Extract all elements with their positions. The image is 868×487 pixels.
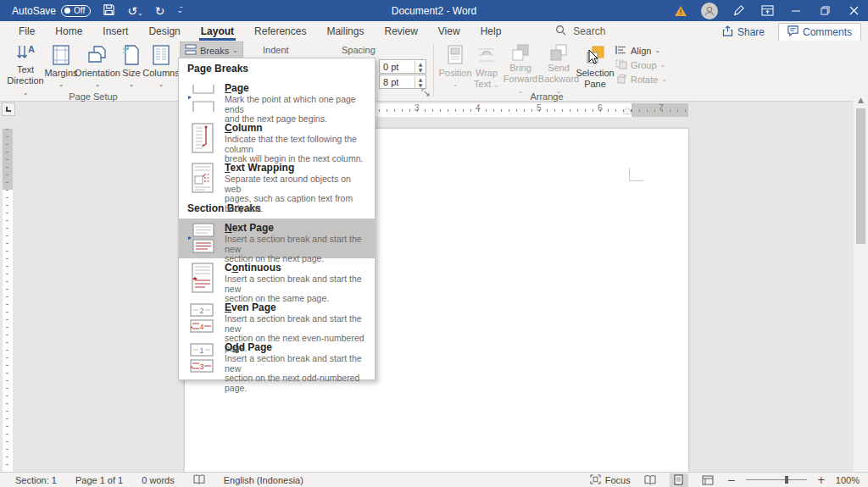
- focus-label: Focus: [605, 475, 631, 485]
- paragraph-dialog-launcher[interactable]: [421, 88, 432, 99]
- print-layout-button[interactable]: [670, 473, 688, 487]
- right-indent-marker[interactable]: [623, 108, 632, 113]
- columns-icon: [151, 42, 171, 68]
- undo-icon[interactable]: ↺⌄: [127, 5, 142, 17]
- autosave-pill[interactable]: Off: [61, 5, 91, 17]
- vertical-ruler[interactable]: [3, 119, 13, 472]
- autosave-toggle[interactable]: AutoSave Off: [12, 5, 91, 17]
- tab-home[interactable]: Home: [45, 21, 92, 41]
- menu-item-page[interactable]: Page Mark the point at which one page en…: [179, 79, 375, 119]
- web-layout-button[interactable]: [698, 473, 717, 487]
- menu-item-title: Next Page: [225, 222, 274, 234]
- status-section[interactable]: Section: 1: [15, 475, 57, 485]
- ribbon: A Text Direction ⌄ Margins ⌄ Orientation…: [0, 41, 868, 102]
- group-icon: [615, 59, 627, 71]
- customize-qat-icon[interactable]: ⌄̄: [176, 7, 183, 14]
- autosave-dot-icon: [64, 8, 70, 14]
- tab-review[interactable]: Review: [374, 21, 427, 41]
- tab-design[interactable]: Design: [138, 21, 190, 41]
- rotate-label: Rotate: [631, 75, 658, 85]
- spacing-after-input[interactable]: [380, 77, 412, 87]
- wrap-text-label-2: Text ⌄: [474, 79, 499, 91]
- zoom-in-button[interactable]: +: [817, 474, 826, 486]
- tab-layout[interactable]: Layout: [191, 21, 244, 41]
- wrap-text-icon: [476, 42, 497, 68]
- menu-item-odd-page[interactable]: 13 Odd Page Insert a section break and s…: [179, 338, 375, 378]
- status-page-count[interactable]: Page 1 of 1: [75, 475, 123, 485]
- spacing-after-field[interactable]: ▲▼: [379, 75, 426, 89]
- tab-stop-selector[interactable]: [2, 102, 15, 116]
- scroll-up-icon[interactable]: ▲: [854, 93, 868, 107]
- search-box[interactable]: Search: [555, 25, 605, 38]
- spinner-up-icon: ▲: [415, 61, 426, 67]
- proofing-book-icon[interactable]: [193, 474, 205, 486]
- share-button[interactable]: Share: [715, 24, 771, 41]
- zoom-slider-thumb[interactable]: [785, 476, 788, 484]
- minimize-button[interactable]: [782, 0, 810, 21]
- menu-item-next-page[interactable]: Next Page Insert a section break and sta…: [179, 219, 375, 258]
- warning-icon[interactable]: [666, 0, 695, 21]
- text-boundary-cropmark: [629, 180, 643, 181]
- chevron-down-icon: ⌄: [453, 79, 459, 90]
- menu-item-column[interactable]: Column Indicate that the text following …: [179, 119, 375, 158]
- align-icon: [615, 45, 627, 57]
- position-button[interactable]: Position ⌄: [440, 42, 470, 93]
- align-button[interactable]: Align ⌄: [615, 44, 660, 57]
- menu-item-title: Even Page: [225, 302, 276, 313]
- group-button[interactable]: Group ⌄: [615, 58, 665, 71]
- tab-file[interactable]: File: [8, 21, 45, 41]
- spacing-header: Spacing: [342, 45, 376, 55]
- bring-forward-icon: [510, 42, 531, 63]
- group-label-page-setup: Page Setup: [34, 91, 153, 102]
- ribbon-display-options-icon[interactable]: [753, 0, 782, 21]
- zoom-out-button[interactable]: −: [727, 474, 736, 486]
- text-direction-button[interactable]: A Text Direction ⌄: [7, 42, 44, 93]
- redo-icon[interactable]: ↻: [155, 5, 165, 17]
- spacing-before-spinner[interactable]: ▲▼: [415, 61, 426, 73]
- status-word-count[interactable]: 0 words: [142, 475, 175, 485]
- tab-stop-l-icon: [6, 107, 11, 112]
- menu-item-continuous[interactable]: Continuous Insert a section break and st…: [179, 258, 375, 298]
- selection-pane-button[interactable]: Selection Pane: [579, 42, 611, 93]
- share-label: Share: [737, 26, 765, 38]
- tab-help[interactable]: Help: [470, 21, 512, 41]
- menu-item-title: Column: [225, 122, 263, 134]
- menu-item-text-wrapping[interactable]: Text Wrapping Separate text around objec…: [179, 158, 375, 198]
- vertical-scrollbar[interactable]: ▲: [854, 93, 868, 472]
- chevron-down-icon: ⌄: [661, 75, 667, 83]
- orientation-button[interactable]: Orientation ⌄: [77, 42, 118, 93]
- breaks-button[interactable]: Breaks ⌄: [180, 42, 243, 59]
- document-canvas[interactable]: [0, 119, 868, 472]
- ink-pen-icon[interactable]: [724, 0, 753, 21]
- columns-button[interactable]: Columns ⌄: [144, 42, 178, 93]
- restore-button[interactable]: [810, 0, 839, 21]
- bring-forward-button[interactable]: Bring Forward ⌄: [503, 42, 538, 93]
- spacing-before-field[interactable]: ▲▼: [379, 59, 426, 74]
- margins-button[interactable]: Margins ⌄: [45, 42, 77, 93]
- read-mode-button[interactable]: [641, 473, 659, 487]
- scrollbar-thumb[interactable]: [856, 108, 865, 244]
- save-icon[interactable]: [103, 3, 115, 18]
- tab-view[interactable]: View: [428, 21, 470, 41]
- size-label: Size: [122, 68, 140, 79]
- zoom-slider[interactable]: [746, 479, 807, 480]
- spacing-after-spinner[interactable]: ▲▼: [415, 76, 426, 88]
- comments-button[interactable]: Comments: [778, 23, 861, 42]
- menu-item-even-page[interactable]: 24 Even Page Insert a section break and …: [179, 298, 375, 338]
- zoom-percentage[interactable]: 100%: [836, 475, 860, 485]
- size-button[interactable]: Size ⌄: [118, 42, 145, 93]
- tab-references[interactable]: References: [244, 21, 316, 41]
- send-backward-button[interactable]: Send Backward ⌄: [539, 42, 578, 93]
- status-language[interactable]: English (Indonesia): [224, 475, 303, 485]
- focus-mode-button[interactable]: Focus: [590, 474, 631, 486]
- account-avatar[interactable]: [695, 0, 724, 21]
- page-break-icon: [179, 79, 225, 119]
- rotate-button[interactable]: Rotate ⌄: [615, 73, 667, 86]
- selection-pane-label: Selection: [576, 68, 614, 79]
- margins-label: Margins: [44, 68, 77, 79]
- close-button[interactable]: [839, 0, 868, 21]
- tab-insert[interactable]: Insert: [92, 21, 138, 41]
- spacing-before-input[interactable]: [380, 62, 412, 72]
- wrap-text-button[interactable]: Wrap Text ⌄: [471, 42, 502, 93]
- tab-mailings[interactable]: Mailings: [316, 21, 374, 41]
